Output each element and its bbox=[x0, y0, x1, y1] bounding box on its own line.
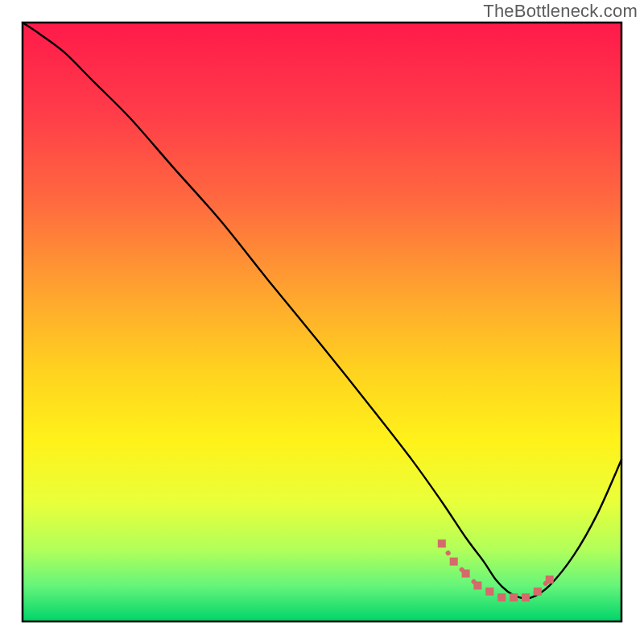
optimal-dot bbox=[510, 593, 518, 601]
optimal-dot bbox=[450, 558, 458, 566]
plot-background bbox=[23, 23, 621, 621]
chart-stage: TheBottleneck.com bbox=[0, 0, 644, 644]
optimal-dot bbox=[473, 581, 481, 589]
optimal-dot bbox=[534, 588, 542, 596]
optimal-dot bbox=[546, 576, 554, 584]
optimal-dot bbox=[485, 588, 493, 596]
watermark-text: TheBottleneck.com bbox=[483, 1, 638, 22]
optimal-dot bbox=[438, 539, 446, 547]
optimal-dot bbox=[522, 593, 530, 601]
optimal-dot bbox=[462, 570, 470, 578]
optimal-dot bbox=[497, 593, 506, 601]
chart-canvas bbox=[0, 0, 644, 644]
